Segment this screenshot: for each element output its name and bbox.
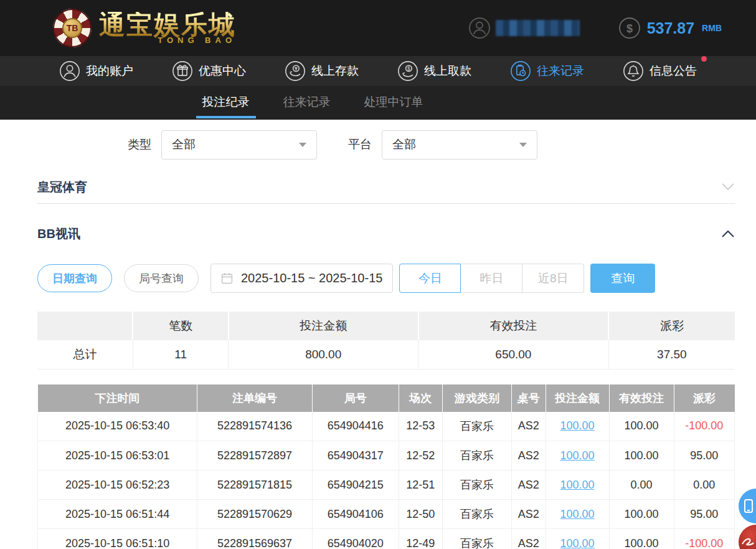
cell-bet-amount: 100.00 (546, 441, 609, 470)
content: 类型 全部 平台 全部 皇冠体育 BB视讯 日期查询 局号查询 (0, 120, 756, 549)
nav-label: 往来记录 (537, 63, 584, 79)
site-logo[interactable]: TB 通宝娱乐城 TONG BAO (53, 9, 236, 47)
main-nav: 我的账户 优惠中心 线上存款 (0, 56, 756, 86)
cell-bet-amount: 100.00 (546, 529, 609, 549)
section-title: 皇冠体育 (37, 179, 87, 196)
cell-valid-bet: 100.00 (609, 500, 674, 529)
nav-item-deposit[interactable]: 线上存款 (285, 60, 359, 82)
cell-table-no: AS2 (511, 529, 546, 549)
col-payout: 派彩 (674, 384, 734, 412)
bet-amount-link[interactable]: 100.00 (560, 449, 595, 462)
summary-header-empty (37, 312, 133, 340)
cell-game-type: 百家乐 (443, 529, 512, 549)
balance-amount: 537.87 (647, 19, 694, 37)
table-row: 2025-10-15 06:53:01 522891572897 6549043… (38, 441, 735, 470)
bet-table-body: 2025-10-15 06:53:40 522891574136 6549044… (38, 412, 735, 549)
user-circle-icon (59, 60, 80, 82)
type-select-value: 全部 (172, 136, 196, 153)
platform-select[interactable]: 全部 (382, 130, 537, 160)
bell-icon (623, 60, 644, 82)
platform-filter-label: 平台 (348, 136, 372, 153)
last-8-days-button[interactable]: 近8日 (522, 264, 584, 293)
cell-round-id: 654904416 (312, 412, 399, 441)
cell-game-type: 百家乐 (443, 441, 512, 470)
table-row: 2025-10-15 06:53:40 522891574136 6549044… (38, 412, 735, 441)
today-button[interactable]: 今日 (399, 264, 461, 293)
cell-round-id: 654904020 (312, 529, 399, 549)
cell-table-no: AS2 (511, 500, 546, 529)
round-query-pill[interactable]: 局号查询 (124, 264, 199, 292)
summary-bet-amount: 800.00 (229, 340, 418, 369)
section-title: BB视讯 (37, 226, 80, 242)
date-query-pill[interactable]: 日期查询 (37, 264, 112, 292)
col-game-type: 游戏类别 (443, 384, 512, 412)
quick-range-group: 今日 昨日 近8日 (399, 264, 584, 293)
account-area: $ 537.87 RMB (468, 17, 722, 39)
section-crown-sports[interactable]: 皇冠体育 (37, 174, 735, 199)
filter-row: 类型 全部 平台 全部 (128, 130, 735, 160)
bet-amount-link[interactable]: 100.00 (560, 508, 595, 520)
summary-count: 11 (133, 340, 228, 369)
cell-payout: 0.00 (674, 470, 734, 500)
cell-session: 12-50 (399, 500, 442, 529)
summary-header-payout: 派彩 (608, 312, 735, 340)
bet-amount-link[interactable]: 100.00 (560, 537, 595, 549)
cell-order-id: 522891574136 (197, 412, 313, 441)
search-button[interactable]: 查询 (590, 264, 655, 293)
query-bar: 日期查询 局号查询 2025-10-15 ~ 2025-10-15 今日 昨日 … (37, 264, 735, 293)
cell-bet-amount: 100.00 (546, 470, 609, 500)
nav-item-promotions[interactable]: 优惠中心 (172, 60, 246, 82)
chip-tb-text: TB (62, 18, 82, 38)
cell-order-id: 522891569637 (197, 529, 313, 549)
bet-table-header-row: 下注时间 注单编号 局号 场次 游戏类别 桌号 投注金额 有效投注 派彩 (38, 384, 735, 412)
bet-amount-link[interactable]: 100.00 (560, 479, 595, 491)
username-redacted[interactable] (496, 20, 580, 36)
table-row: 2025-10-15 06:51:10 522891569637 6549040… (38, 529, 735, 549)
balance-currency: RMB (702, 23, 722, 33)
col-bet-time: 下注时间 (38, 384, 197, 412)
table-row: 2025-10-15 06:51:44 522891570629 6549041… (38, 500, 735, 529)
sub-tab-bar: 投注纪录 往来记录 处理中订单 (0, 86, 756, 120)
section-bb-video[interactable]: BB视讯 (37, 220, 735, 247)
cell-bet-time: 2025-10-15 06:52:23 (38, 470, 197, 500)
balance-group[interactable]: $ 537.87 RMB (618, 17, 722, 39)
bet-amount-link[interactable]: 100.00 (560, 419, 595, 432)
summary-payout: 37.50 (608, 340, 735, 369)
nav-item-announcements[interactable]: 信息公告 (623, 60, 697, 82)
cell-session: 12-51 (399, 470, 442, 500)
cell-valid-bet: 100.00 (609, 412, 674, 441)
date-range-input[interactable]: 2025-10-15 ~ 2025-10-15 (210, 264, 393, 293)
cell-payout: 95.00 (674, 441, 734, 470)
chevron-up-icon[interactable] (721, 229, 735, 238)
tab-transaction-records[interactable]: 往来记录 (280, 86, 334, 120)
col-table-no: 桌号 (511, 384, 546, 412)
nav-label: 线上取款 (424, 63, 471, 79)
cell-order-id: 522891570629 (197, 500, 313, 529)
cell-session: 12-52 (399, 441, 442, 470)
summary-header-count: 笔数 (133, 312, 228, 340)
nav-item-my-account[interactable]: 我的账户 (59, 60, 133, 82)
bet-records-table: 下注时间 注单编号 局号 场次 游戏类别 桌号 投注金额 有效投注 派彩 202… (37, 384, 735, 549)
cell-game-type: 百家乐 (443, 500, 512, 529)
nav-item-withdraw[interactable]: $ 线上取款 (397, 60, 471, 82)
type-filter-label: 类型 (128, 136, 151, 153)
summary-valid-bet: 650.00 (418, 340, 609, 369)
tab-processing-orders[interactable]: 处理中订单 (361, 86, 427, 120)
chevron-down-icon[interactable] (721, 183, 735, 191)
summary-header-bet-amount: 投注金额 (229, 312, 418, 340)
withdraw-coin-hand-icon: $ (397, 60, 418, 82)
tab-bet-records[interactable]: 投注纪录 (199, 86, 253, 120)
cell-session: 12-49 (399, 529, 442, 549)
nav-label: 信息公告 (650, 63, 697, 79)
yesterday-button[interactable]: 昨日 (461, 264, 522, 293)
brand-name-cn: 通宝娱乐城 (99, 12, 236, 38)
svg-text:$: $ (626, 22, 633, 35)
summary-header-valid-bet: 有效投注 (418, 312, 609, 340)
nav-item-transaction-records[interactable]: 往来记录 (510, 60, 584, 82)
cell-bet-amount: 100.00 (546, 500, 609, 529)
col-session: 场次 (399, 384, 442, 412)
summary-total-row: 总计 11 800.00 650.00 37.50 (37, 340, 735, 369)
cell-order-id: 522891572897 (197, 441, 313, 470)
type-select[interactable]: 全部 (161, 130, 317, 160)
summary-total-label: 总计 (37, 340, 133, 369)
